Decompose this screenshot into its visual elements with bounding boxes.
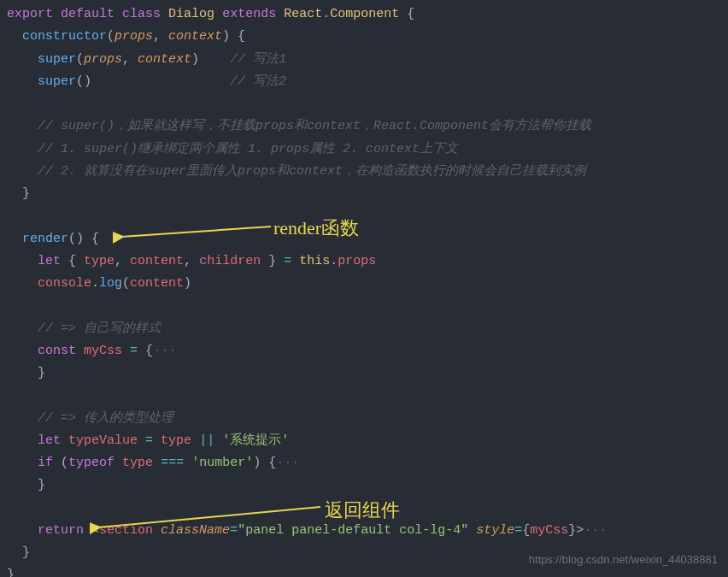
- var-content: content: [130, 254, 184, 268]
- class-dialog: Dialog: [168, 7, 214, 21]
- code-line: }: [7, 362, 728, 385]
- fn-log: log: [99, 276, 122, 291]
- code-line: // 2. 就算没有在super里面传入props和context，在构造函数执…: [7, 161, 728, 183]
- keyword-const: const: [38, 344, 76, 358]
- arg-context: context: [138, 52, 191, 67]
- fold-ellipsis[interactable]: ···: [584, 523, 607, 538]
- keyword-class: class: [122, 7, 161, 21]
- code-line: super(props, context) // 写法1: [7, 49, 728, 71]
- code-line: let { type, content, children } = this.p…: [7, 250, 728, 273]
- code-line: [7, 93, 728, 115]
- watermark: https://blog.csdn.net/weixin_44038881: [529, 551, 718, 570]
- code-line: console.log(content): [7, 273, 728, 295]
- code-line: // => 自己写的样式: [7, 318, 728, 340]
- code-line: // => 传入的类型处理: [7, 408, 728, 430]
- keyword-return: return: [38, 523, 84, 538]
- fn-super: super: [38, 52, 76, 67]
- code-line: export default class Dialog extends Reac…: [7, 3, 728, 26]
- comment: // 1. super()继承绑定两个属性 1. props属性 2. cont…: [38, 142, 458, 156]
- attr-classname: className: [161, 523, 230, 538]
- code-line: [7, 295, 728, 317]
- code-line: [7, 205, 728, 227]
- var-mycss: myCss: [530, 523, 568, 538]
- param-props: props: [114, 29, 153, 44]
- keyword-let: let: [38, 254, 61, 268]
- fn-constructor: constructor: [22, 29, 107, 44]
- keyword-export: export: [7, 7, 53, 21]
- code-line: constructor(props, context) {: [7, 26, 728, 48]
- class-react: React: [284, 7, 322, 21]
- attr-style: style: [476, 523, 514, 538]
- var-type: type: [122, 456, 153, 470]
- var-children: children: [199, 254, 261, 268]
- keyword-if: if: [38, 456, 53, 470]
- fn-render: render: [22, 232, 68, 246]
- string: 'number': [191, 456, 253, 470]
- this: this: [299, 254, 330, 268]
- code-editor[interactable]: export default class Dialog extends Reac…: [7, 3, 728, 577]
- arg-props: props: [84, 52, 122, 67]
- keyword-let: let: [38, 433, 61, 448]
- fn-super: super: [38, 74, 76, 89]
- comment: // super()，如果就这样写，不挂载props和context，React…: [38, 119, 591, 133]
- tag-section: section: [99, 523, 153, 538]
- prop-props: props: [338, 254, 376, 268]
- comment: // 2. 就算没有在super里面传入props和context，在构造函数执…: [38, 164, 586, 179]
- code-line: // 1. super()继承绑定两个属性 1. props属性 2. cont…: [7, 138, 728, 161]
- console: console: [38, 276, 91, 291]
- annotation-render: render函数: [273, 212, 359, 245]
- comment: // => 传入的类型处理: [38, 411, 173, 426]
- var-mycss: myCss: [84, 344, 122, 358]
- string: '系统提示': [222, 433, 289, 448]
- code-line: super() // 写法2: [7, 71, 728, 93]
- code-line: // super()，如果就这样写，不挂载props和context，React…: [7, 115, 728, 138]
- var-typevalue: typeValue: [68, 433, 138, 448]
- param-context: context: [168, 29, 222, 44]
- arg-content: content: [130, 276, 184, 291]
- code-line: render() {: [7, 228, 728, 250]
- comment: // => 自己写的样式: [38, 321, 161, 336]
- keyword-typeof: typeof: [68, 456, 114, 470]
- var-type: type: [161, 433, 191, 448]
- code-line: const myCss = {···: [7, 340, 728, 362]
- keyword-default: default: [61, 7, 114, 21]
- annotation-return: 返回组件: [325, 494, 400, 527]
- fold-ellipsis[interactable]: ···: [276, 456, 299, 470]
- code-line: [7, 385, 728, 407]
- class-component: Component: [330, 7, 399, 21]
- code-line: if (typeof type === 'number') {···: [7, 452, 728, 474]
- var-type: type: [84, 254, 114, 268]
- code-line: }: [7, 183, 728, 205]
- keyword-extends: extends: [222, 7, 276, 21]
- fold-ellipsis[interactable]: ···: [153, 344, 176, 358]
- code-line: let typeValue = type || '系统提示': [7, 430, 728, 452]
- comment: // 写法1: [230, 52, 286, 67]
- comment: // 写法2: [230, 74, 286, 89]
